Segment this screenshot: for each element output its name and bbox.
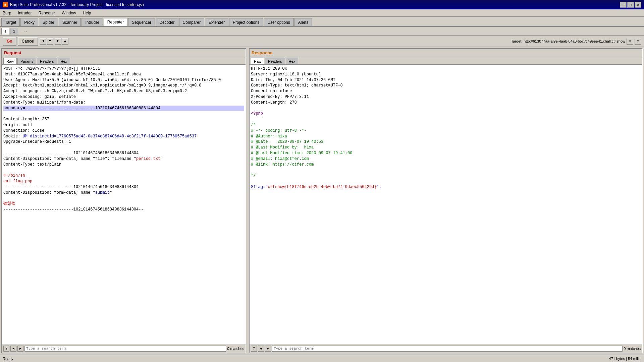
response-header: Response: [250, 49, 642, 57]
nav-up-button[interactable]: ▲: [62, 38, 68, 45]
response-inner-tabs: Raw Headers Hex: [250, 57, 642, 65]
response-search-bar: ? ◄ ► 0 matches: [250, 344, 642, 353]
tab-spider[interactable]: Spider: [39, 18, 58, 26]
tab-comparer[interactable]: Comparer: [179, 18, 204, 26]
request-search-next[interactable]: ►: [17, 346, 23, 352]
close-button[interactable]: ✕: [635, 2, 641, 8]
tab-extender[interactable]: Extender: [205, 18, 228, 26]
tab-scanner[interactable]: Scanner: [59, 18, 81, 26]
response-tab-headers[interactable]: Headers: [265, 58, 285, 64]
tab-project-options[interactable]: Project options: [229, 18, 263, 26]
maximize-button[interactable]: □: [627, 2, 634, 8]
tab-target[interactable]: Target: [1, 18, 20, 26]
response-tab-raw[interactable]: Raw: [251, 58, 264, 64]
request-search-help[interactable]: ?: [3, 346, 9, 352]
repeater-tab-2[interactable]: 2: [10, 28, 18, 35]
title-bar: B Burp Suite Professional v1.7.32 - Temp…: [0, 0, 644, 9]
menu-burp[interactable]: Burp: [1, 10, 12, 16]
nav-prev-group: ◄ ▼: [40, 38, 53, 45]
tab-sequencer[interactable]: Sequencer: [128, 18, 155, 26]
request-search-prev[interactable]: ◄: [10, 346, 16, 352]
request-tab-params[interactable]: Params: [17, 58, 36, 64]
response-matches: 0 matches: [624, 347, 641, 351]
menu-window[interactable]: Window: [60, 10, 77, 16]
response-tab-hex[interactable]: Hex: [286, 58, 299, 64]
nav-right-button[interactable]: ►: [55, 38, 61, 45]
request-header: Request: [2, 49, 246, 57]
request-inner-tabs: Raw Params Headers Hex: [2, 57, 246, 65]
app-icon: B: [3, 2, 8, 7]
repeater-tabs: 1 2 ...: [0, 27, 644, 36]
response-panel: Response Raw Headers Hex HTTP/1.1 200 OK…: [249, 48, 643, 353]
target-edit-button[interactable]: ✏: [627, 38, 633, 45]
go-button[interactable]: Go: [3, 37, 16, 46]
request-content[interactable]: POST /?c=.%20/???/????????[@-[] HTTP/1.1…: [2, 65, 246, 344]
request-tab-headers[interactable]: Headers: [37, 58, 57, 64]
menu-help[interactable]: Help: [82, 10, 93, 16]
tab-alerts[interactable]: Alerts: [294, 18, 312, 26]
tab-intruder[interactable]: Intruder: [82, 18, 103, 26]
minimize-button[interactable]: —: [620, 2, 627, 8]
target-info: Target: http://613077aa-af9e-4aab-84a0-b…: [511, 38, 641, 45]
request-tab-hex[interactable]: Hex: [58, 58, 70, 64]
title-bar-text: Burp Suite Professional v1.7.32 - Tempor…: [10, 2, 144, 7]
nav-down-button[interactable]: ▼: [47, 38, 53, 45]
request-matches: 0 matches: [227, 347, 244, 351]
nav-left-button[interactable]: ◄: [40, 38, 46, 45]
tab-repeater[interactable]: Repeater: [104, 18, 127, 26]
status-right: 471 bytes | 54 millis: [609, 357, 641, 361]
request-search-input[interactable]: [24, 346, 226, 352]
response-search-next[interactable]: ►: [265, 346, 271, 352]
menu-repeater[interactable]: Repeater: [37, 10, 56, 16]
main-content: Request Raw Params Headers Hex POST /?c=…: [0, 47, 644, 355]
title-bar-controls[interactable]: — □ ✕: [620, 2, 641, 8]
response-search-prev[interactable]: ◄: [258, 346, 264, 352]
repeater-tab-more[interactable]: ...: [19, 28, 30, 34]
status-text: Ready: [3, 357, 13, 361]
response-content[interactable]: HTTP/1.1 200 OK Server: nginx/1.18.0 (Ub…: [250, 65, 642, 344]
tab-user-options[interactable]: User options: [264, 18, 293, 26]
request-tab-raw[interactable]: Raw: [3, 58, 17, 64]
target-prefix: Target:: [511, 39, 523, 43]
cancel-button[interactable]: Cancel: [18, 37, 38, 46]
nav-next-group: ► ▲: [55, 38, 68, 45]
tab-decoder[interactable]: Decoder: [156, 18, 178, 26]
menu-bar: Burp Intruder Repeater Window Help: [0, 9, 644, 17]
target-url: http://613077aa-af9e-4aab-84a0-b5c7c49ee…: [524, 39, 625, 43]
top-tabs: Target Proxy Spider Scanner Intruder Rep…: [0, 17, 644, 27]
response-search-input[interactable]: [272, 346, 623, 352]
repeater-tab-1[interactable]: 1: [1, 28, 9, 35]
title-bar-left: B Burp Suite Professional v1.7.32 - Temp…: [3, 2, 144, 7]
target-help-button[interactable]: ?: [635, 38, 641, 45]
status-bar: Ready 471 bytes | 54 millis: [0, 355, 644, 362]
toolbar: Go Cancel ◄ ▼ ► ▲ Target: http://613077a…: [0, 36, 644, 47]
tab-proxy[interactable]: Proxy: [20, 18, 38, 26]
request-panel: Request Raw Params Headers Hex POST /?c=…: [1, 48, 246, 353]
request-search-bar: ? ◄ ► 0 matches: [2, 344, 246, 353]
menu-intruder[interactable]: Intruder: [16, 10, 33, 16]
response-search-help[interactable]: ?: [251, 346, 257, 352]
